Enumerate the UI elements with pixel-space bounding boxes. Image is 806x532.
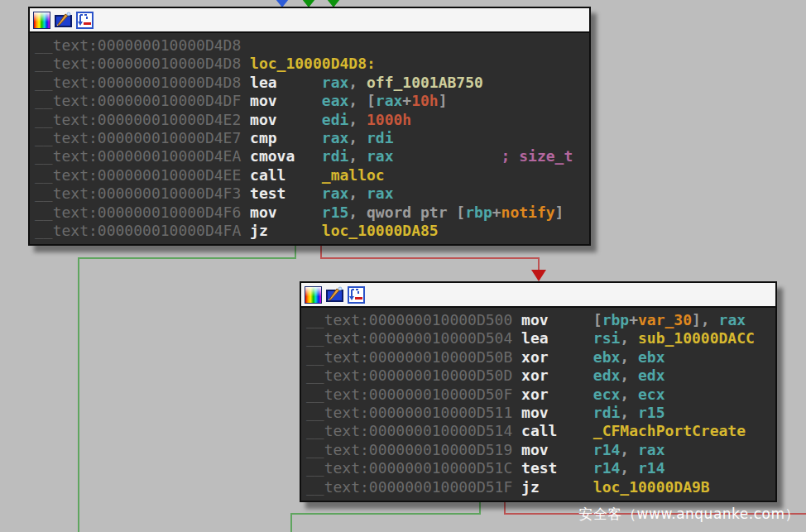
group-arrows-icon [76, 12, 94, 29]
asm-line[interactable]: __text:000000010000D4F3 test rax, rax [35, 185, 586, 203]
asm-token-reg: rax [322, 74, 349, 91]
asm-token-name: _malloc [322, 166, 385, 184]
asm-token-addr: __text:000000010000D4E2 [35, 111, 250, 128]
asm-line[interactable]: __text:000000010000D51C test r14, r14 [306, 459, 772, 477]
asm-token-addr: __text:000000010000D4D8 [35, 55, 250, 72]
asm-token-pun: , [620, 367, 638, 384]
asm-token-reg: rax [376, 92, 403, 109]
asm-token-mnem: xor [521, 348, 593, 366]
asm-token-pun: + [629, 311, 638, 328]
asm-line[interactable]: __text:000000010000D514 call _CFMachPort… [306, 422, 772, 440]
asm-token-pun: [ [593, 311, 602, 328]
group-nodes-icon[interactable] [348, 286, 365, 304]
asm-token-mnem: mov [521, 311, 593, 328]
asm-token-mnem: mov [250, 204, 322, 221]
edit-node-icon[interactable] [326, 286, 343, 304]
asm-line[interactable]: __text:000000010000D4E7 cmp rax, rdi [35, 129, 586, 147]
asm-token-reg: ecx [638, 386, 665, 403]
asm-line[interactable]: __text:000000010000D4EE call _malloc [35, 166, 586, 185]
asm-token-addr: __text:000000010000D4EA [35, 147, 250, 165]
asm-token-addr: __text:000000010000D4D8 [35, 36, 241, 54]
asm-token-pun: ] [439, 92, 448, 109]
edit-node-icon[interactable] [55, 12, 72, 29]
asm-token-addr: __text:000000010000D4D8 [35, 74, 250, 91]
asm-line[interactable]: __text:000000010000D4E2 mov edi, 1000h [35, 111, 586, 129]
asm-token-mnem: xor [521, 367, 593, 384]
disassembly-code: __text:000000010000D4D8__text:0000000100… [30, 33, 589, 244]
basic-block-10000D4D8[interactable]: __text:000000010000D4D8__text:0000000100… [28, 7, 591, 246]
asm-line[interactable]: __text:000000010000D504 lea rsi, sub_100… [306, 329, 772, 347]
asm-line[interactable]: __text:000000010000D51F jz loc_10000DA9B [306, 478, 772, 496]
asm-token-addr: __text:000000010000D4FA [35, 222, 250, 239]
asm-token-addr: __text:000000010000D51C [306, 459, 521, 477]
asm-token-addr: __text:000000010000D50B [306, 348, 521, 366]
asm-token-addr: __text:000000010000D511 [306, 404, 521, 421]
asm-token-mnem: lea [521, 329, 593, 347]
ida-graph-view: __text:000000010000D4D8__text:0000000100… [0, 0, 806, 532]
asm-token-pun: , [620, 441, 638, 458]
asm-token-reg: rax [367, 185, 394, 202]
disassembly-code: __text:000000010000D500 mov [rbp+var_30]… [301, 308, 775, 501]
asm-line[interactable]: __text:000000010000D4EA cmova rdi, rax ;… [35, 147, 586, 165]
asm-token-mnem: test [521, 459, 593, 477]
asm-token-mnem: cmova [250, 147, 322, 165]
asm-token-name: loc_10000D4D8: [250, 55, 376, 72]
block-title-bar[interactable] [301, 283, 775, 308]
asm-token-mnem: jz [250, 222, 322, 239]
asm-token-addr: __text:000000010000D4DF [35, 92, 250, 109]
group-nodes-icon[interactable] [76, 12, 94, 29]
asm-token-pun: , [620, 386, 638, 403]
node-color-icon[interactable] [33, 12, 50, 29]
color-gradient-icon [33, 12, 50, 29]
asm-token-num: 10h [411, 92, 439, 109]
asm-token-pun: , [348, 111, 367, 128]
asm-line[interactable]: __text:000000010000D4F6 mov r15, qword p… [35, 204, 586, 222]
asm-token-reg: rdi [322, 147, 349, 165]
asm-line[interactable]: __text:000000010000D4D8 lea rax, off_100… [35, 74, 586, 92]
pencil-icon [326, 286, 343, 304]
asm-line[interactable]: __text:000000010000D50F xor ecx, ecx [306, 386, 772, 404]
asm-token-off: off_1001AB750 [367, 74, 483, 91]
asm-token-addr: __text:000000010000D504 [306, 329, 521, 347]
asm-token-name: sub_10000DACC [638, 329, 755, 347]
asm-token-mnem: jz [521, 478, 593, 496]
asm-line[interactable]: __text:000000010000D4D8 [35, 36, 586, 55]
asm-line[interactable]: __text:000000010000D50D xor edx, edx [306, 367, 772, 385]
asm-token-mnem: test [250, 185, 322, 202]
asm-line[interactable]: __text:000000010000D4FA jz loc_10000DA85 [35, 222, 586, 240]
asm-token-reg: r15 [638, 404, 665, 421]
asm-line[interactable]: __text:000000010000D519 mov r14, rax [306, 441, 772, 459]
asm-token-reg: edx [638, 367, 665, 384]
asm-token-reg: r15 [322, 204, 349, 221]
asm-token-reg: rdi [367, 129, 394, 146]
asm-token-reg: ebx [593, 348, 621, 366]
asm-token-addr: __text:000000010000D500 [306, 311, 521, 328]
asm-token-pun: , [348, 129, 367, 146]
asm-token-pun: , [348, 147, 367, 165]
asm-token-mnem: xor [521, 386, 593, 403]
asm-token-mnem: call [521, 422, 593, 439]
asm-token-reg: ecx [593, 386, 621, 403]
asm-token-mnem: cmp [250, 129, 322, 146]
asm-line[interactable]: __text:000000010000D511 mov rdi, r15 [306, 404, 772, 422]
asm-line[interactable]: __text:000000010000D4D8 loc_10000D4D8: [35, 55, 586, 73]
asm-token-reg: ebx [638, 348, 665, 366]
asm-token-name: loc_10000DA9B [593, 478, 710, 496]
asm-token-pun: + [402, 92, 411, 109]
asm-token-pun: , [348, 74, 367, 91]
asm-token-reg: rbp [465, 204, 492, 221]
basic-block-10000D500[interactable]: __text:000000010000D500 mov [rbp+var_30]… [300, 281, 777, 502]
asm-line[interactable]: __text:000000010000D4DF mov eax, [rax+10… [35, 92, 586, 110]
asm-token-pun: , [620, 459, 638, 477]
group-arrows-icon [348, 286, 365, 304]
asm-line[interactable]: __text:000000010000D500 mov [rbp+var_30]… [306, 311, 772, 329]
asm-token-pun: , [620, 329, 638, 347]
asm-token-num: 1000h [367, 111, 411, 128]
block-title-bar[interactable] [30, 8, 589, 33]
asm-token-addr: __text:000000010000D4F3 [35, 185, 250, 202]
node-color-icon[interactable] [305, 286, 322, 304]
asm-line[interactable]: __text:000000010000D50B xor ebx, ebx [306, 348, 772, 367]
asm-token-addr: __text:000000010000D4E7 [35, 129, 250, 146]
asm-token-reg: edx [593, 367, 621, 384]
asm-token-reg: rax [638, 441, 665, 458]
